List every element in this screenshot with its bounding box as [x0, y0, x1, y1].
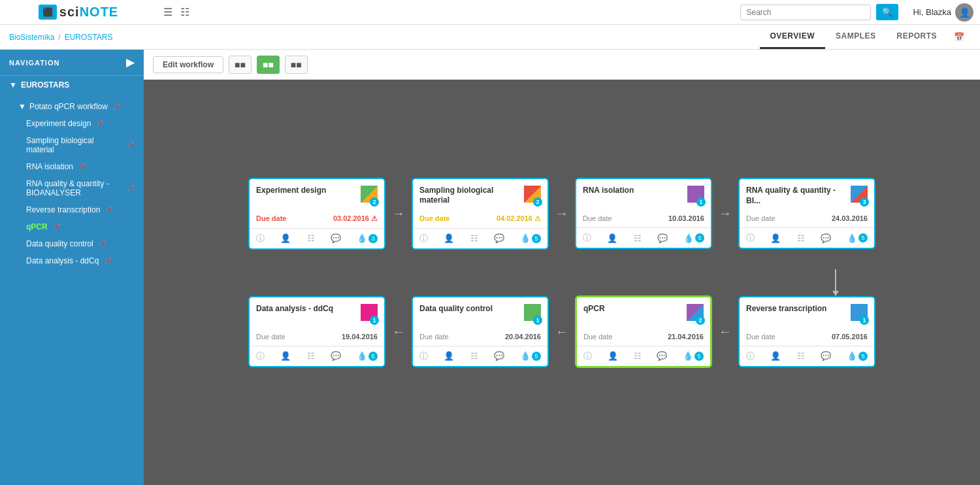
view-btn-3[interactable]: ■■: [285, 56, 308, 74]
due-label: Due date: [583, 214, 612, 222]
sidebar-item-exp-design[interactable]: Experiment design 📌: [0, 115, 144, 132]
sidebar-item-rna-isolation[interactable]: RNA isolation 📌: [0, 158, 144, 175]
info-icon[interactable]: ⓘ: [746, 350, 755, 362]
edit-workflow-button[interactable]: Edit workflow: [153, 56, 223, 73]
avatar: 👤: [955, 3, 973, 22]
item-label: Experiment design: [26, 119, 91, 128]
tag-num: 2: [696, 316, 705, 325]
drop-icon[interactable]: 💧: [683, 233, 694, 243]
user-icon[interactable]: 👤: [607, 233, 617, 243]
sidebar-item-reverse[interactable]: Reverse transcription 📌: [0, 201, 144, 218]
hamburger-icon[interactable]: ☰: [163, 6, 172, 18]
chat-icon[interactable]: 💬: [821, 351, 831, 361]
grid-footer-icon[interactable]: ☷: [634, 233, 642, 243]
info-icon[interactable]: ⓘ: [419, 233, 428, 244]
user-icon[interactable]: 👤: [280, 233, 291, 243]
user-icon[interactable]: 👤: [444, 233, 454, 243]
search-button[interactable]: 🔍: [876, 4, 898, 20]
user-icon[interactable]: 👤: [280, 351, 291, 361]
card-tag: 1: [685, 186, 704, 205]
chat-icon[interactable]: 💬: [494, 351, 504, 361]
info-icon[interactable]: ⓘ: [583, 350, 592, 362]
card-rna-isolation[interactable]: RNA isolation 1 Due date 10.03.2016: [575, 178, 712, 249]
tag-num: 1: [860, 316, 869, 325]
grid-footer-icon[interactable]: ☷: [307, 233, 315, 243]
card-data-quality[interactable]: Data quality control 1 Due date 20.04.20…: [412, 296, 549, 367]
grid-footer-icon[interactable]: ☷: [470, 233, 478, 243]
user-icon[interactable]: 👤: [608, 351, 618, 361]
drop-icon[interactable]: 💧: [357, 233, 367, 243]
sidebar-item-data-analysis[interactable]: Data analysis - ddCq 📌: [0, 252, 144, 269]
drop-badge: 💧 5: [683, 351, 704, 361]
tab-overview[interactable]: OVERVIEW: [760, 25, 825, 49]
chat-icon[interactable]: 💬: [821, 233, 831, 243]
card-footer: ⓘ 👤 ☷ 💬 💧 5: [740, 346, 874, 366]
top-navbar: ⬛ sciNOTE ☰ ☷ 🔍 Hi, Blazka 👤: [0, 0, 980, 25]
info-icon[interactable]: ⓘ: [256, 350, 265, 362]
card-footer: ⓘ 👤 ☷ 💬 💧 5: [577, 346, 710, 366]
info-icon[interactable]: ⓘ: [256, 233, 265, 244]
sidebar-toggle-icon[interactable]: ▶: [126, 56, 135, 69]
card-experiment-design[interactable]: Experiment design 2 Due date 0: [248, 178, 385, 250]
drop-icon[interactable]: 💧: [847, 351, 857, 361]
card-header: Data analysis - ddCq 1: [250, 297, 384, 330]
card-sampling[interactable]: Sampling biological material 2 Due date …: [412, 178, 549, 250]
card-title: Experiment design: [256, 186, 354, 196]
drop-icon[interactable]: 💧: [357, 351, 367, 361]
sidebar-item-sampling[interactable]: Sampling biological material 📌: [0, 132, 144, 158]
tab-samples[interactable]: SAMPLES: [825, 25, 887, 49]
chat-icon[interactable]: 💬: [494, 233, 504, 243]
chat-icon[interactable]: 💬: [657, 233, 668, 243]
tag-num: 3: [860, 197, 869, 207]
drop-icon[interactable]: 💧: [520, 233, 531, 243]
grid-footer-icon[interactable]: ☷: [307, 351, 315, 361]
search-input[interactable]: [740, 5, 871, 20]
drop-icon[interactable]: 💧: [683, 351, 693, 361]
card-qpcr[interactable]: qPCR 2 Due date 21.04.2016: [575, 295, 712, 368]
sidebar-item-qpcr[interactable]: qPCR 📌: [0, 218, 144, 235]
item-label: Potato qPCR workflow: [29, 102, 108, 111]
card-tag: 1: [848, 304, 868, 324]
chat-icon[interactable]: 💬: [657, 351, 667, 361]
arrow-left-3: [712, 324, 738, 339]
tab-reports[interactable]: REPORTS: [886, 25, 947, 49]
rows-wrapper: Experiment design 2 Due date 0: [163, 99, 960, 465]
card-rna-quality[interactable]: RNA quality & quantity - BI... 3 Due dat…: [738, 178, 875, 249]
sidebar-item-workflow[interactable]: ▼ Potato qPCR workflow 📌: [0, 98, 144, 115]
chat-icon[interactable]: 💬: [331, 233, 341, 243]
tag-num: 1: [533, 316, 542, 325]
tab-extra-icon[interactable]: 📅: [947, 25, 971, 48]
card-footer: ⓘ 👤 ☷ 💬 💧 3: [250, 228, 384, 248]
due-label: Due date: [419, 333, 449, 341]
breadcrumb-org[interactable]: BioSistemika: [9, 33, 54, 42]
sidebar-header: NAVIGATION ▶: [0, 50, 144, 76]
tag-num: 2: [533, 197, 542, 207]
card-title: qPCR: [583, 304, 680, 314]
info-icon[interactable]: ⓘ: [583, 232, 591, 244]
view-btn-1[interactable]: ■■: [229, 56, 252, 74]
card-tag: 3: [848, 186, 868, 205]
info-icon[interactable]: ⓘ: [746, 232, 755, 244]
user-icon[interactable]: 👤: [444, 351, 454, 361]
sidebar-item-data-quality[interactable]: Data quality control 📌: [0, 235, 144, 252]
due-date: 21.04.2016: [668, 333, 704, 341]
grid-footer-icon[interactable]: ☷: [470, 351, 478, 361]
grid-footer-icon[interactable]: ☷: [634, 351, 642, 361]
user-icon[interactable]: 👤: [770, 351, 781, 361]
card-data-analysis[interactable]: Data analysis - ddCq 1 Due date 19.04.20…: [248, 296, 385, 367]
sidebar-item-rna-quality[interactable]: RNA quality & quantity - BIOANALYSER 📌: [0, 175, 144, 201]
breadcrumb-project[interactable]: EUROSTARS: [65, 33, 113, 42]
item-label: RNA isolation: [26, 162, 73, 171]
user-icon[interactable]: 👤: [770, 233, 781, 243]
chat-icon[interactable]: 💬: [331, 351, 341, 361]
grid-icon[interactable]: ☷: [180, 6, 189, 18]
eurostars-header[interactable]: ▼ EUROSTARS: [0, 76, 144, 94]
drop-icon[interactable]: 💧: [520, 351, 531, 361]
info-icon[interactable]: ⓘ: [419, 350, 428, 362]
drop-icon[interactable]: 💧: [847, 233, 857, 243]
view-btn-2[interactable]: ■■: [257, 56, 280, 74]
card-date-row: Due date 20.04.2016: [413, 330, 547, 346]
grid-footer-icon[interactable]: ☷: [797, 351, 805, 361]
card-reverse-transcription[interactable]: Reverse transcription 1 Due date 07.05.2…: [738, 296, 875, 367]
grid-footer-icon[interactable]: ☷: [797, 233, 805, 243]
